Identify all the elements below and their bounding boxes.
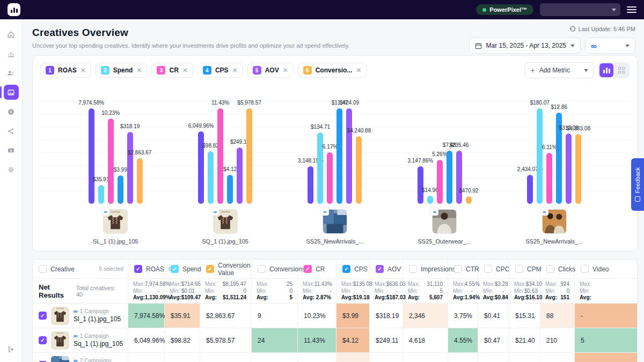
metric-chip-roas[interactable]: 1ROAS✕ <box>40 63 91 78</box>
bar-roas[interactable] <box>418 166 423 204</box>
creative-thumbnail[interactable]: ∞ <box>213 209 238 234</box>
meta-logo-icon: ∞ <box>74 308 78 314</box>
sidebar-item-analytics[interactable] <box>4 46 19 61</box>
remove-metric-icon[interactable]: ✕ <box>136 67 142 74</box>
account-dropdown[interactable] <box>540 3 620 16</box>
bar-slot: 6.17% <box>325 92 335 204</box>
bar-roas[interactable] <box>198 131 204 204</box>
add-metric-button[interactable]: +Add Metric <box>524 62 594 78</box>
bar-cr[interactable] <box>437 160 443 204</box>
column-checkbox[interactable]: ✓ <box>134 265 142 273</box>
feedback-button[interactable]: Feedback <box>631 158 644 211</box>
creative-thumbnail[interactable]: ∞ <box>542 209 567 234</box>
grid-view-button[interactable] <box>614 63 628 77</box>
sidebar-item-logout[interactable] <box>4 342 19 357</box>
creative-thumbnail[interactable]: ∞ <box>323 209 347 234</box>
bar-cr[interactable] <box>108 119 114 204</box>
bar-conversionvalue[interactable] <box>466 196 472 204</box>
bar-cr[interactable] <box>217 108 223 204</box>
sidebar-item-creatives[interactable] <box>4 85 19 100</box>
bar-roas[interactable] <box>308 166 313 204</box>
bar-slot: $470.92 <box>464 92 473 204</box>
stat-min-label: Min: <box>483 288 493 295</box>
sidebar-item-share[interactable] <box>4 123 19 138</box>
bar-roas[interactable] <box>89 108 94 204</box>
bar-cps[interactable] <box>447 151 452 204</box>
metric-chip-cps[interactable]: 4CPS✕ <box>197 63 243 78</box>
stat-avg-label: Avg: <box>133 294 145 301</box>
metric-chip-cr[interactable]: 3CR✕ <box>151 63 193 78</box>
remove-metric-icon[interactable]: ✕ <box>232 67 238 74</box>
creative-thumbnail[interactable]: ∞ <box>432 209 457 234</box>
bar-cps[interactable] <box>227 175 233 204</box>
metric-chip-spend[interactable]: 2Spend✕ <box>96 63 148 78</box>
column-checkbox[interactable]: ✓ <box>206 265 214 273</box>
column-checkbox[interactable]: ✓ <box>376 265 384 273</box>
bar-chart: 7,974.58%$35.9110.23%$3.99$318.19$2,863.… <box>40 92 630 204</box>
sidebar-item-audiences[interactable] <box>4 65 19 80</box>
net-stat-cell: Max:$636.03Min:-Avg:$187.03 <box>370 279 403 304</box>
selected-count: 5 selected <box>99 266 123 272</box>
bar-conversionvalue[interactable] <box>246 108 252 204</box>
sidebar-item-revenue[interactable]: $ <box>4 104 19 119</box>
column-checkbox[interactable] <box>454 265 462 273</box>
bar-conversionvalue[interactable] <box>137 158 143 204</box>
bar-conversionvalue[interactable] <box>356 136 362 204</box>
app-logo-icon[interactable] <box>8 3 20 16</box>
column-checkbox[interactable] <box>546 265 554 273</box>
column-checkbox[interactable] <box>39 265 47 273</box>
remove-metric-icon[interactable]: ✕ <box>80 67 86 74</box>
column-checkbox[interactable] <box>581 265 589 273</box>
creative-cell[interactable]: ✓∞1 CampaignSl_1 (1).jpg_105 <box>33 304 128 328</box>
column-checkbox[interactable] <box>484 265 492 273</box>
bar-aov[interactable] <box>127 132 133 204</box>
chevron-down-icon <box>584 69 588 72</box>
bar-aov[interactable] <box>456 151 462 204</box>
bar-spend[interactable] <box>98 185 104 204</box>
bar-cr[interactable] <box>327 152 333 204</box>
table-body: ✓∞1 CampaignSl_1 (1).jpg_1057,974.58%$35… <box>33 304 637 362</box>
creative-cell[interactable]: ✓∞2 CampaignsSs25_newarrivals_lot271.jpg… <box>33 353 128 362</box>
remove-metric-icon[interactable]: ✕ <box>283 67 288 74</box>
sidebar-item-settings[interactable] <box>4 162 19 177</box>
net-results-row: Net ResultsTotal creatives: 40Max:7,974.… <box>33 279 637 304</box>
column-checkbox[interactable] <box>515 265 523 273</box>
column-checkbox[interactable]: ✓ <box>342 265 350 273</box>
column-checkbox[interactable]: ✓ <box>171 265 179 273</box>
bar-aov[interactable] <box>346 108 352 204</box>
row-checkbox[interactable]: ✓ <box>39 336 47 344</box>
chart-view-button[interactable] <box>599 63 613 77</box>
column-checkbox[interactable] <box>258 265 266 273</box>
bar-aov[interactable] <box>237 147 243 204</box>
platform-select[interactable]: ∞ <box>585 38 635 54</box>
bar-spend[interactable] <box>208 151 214 204</box>
row-creative-name: Sq_1 (1).jpg_105 <box>74 340 123 348</box>
row-checkbox[interactable]: ✓ <box>39 312 47 320</box>
powerpixel-badge[interactable]: PowerPixel™ <box>476 4 533 15</box>
sidebar-item-billing[interactable]: $ <box>4 143 19 158</box>
creative-cell[interactable]: ✓∞1 CampaignSq_1 (1).jpg_105 <box>33 328 128 352</box>
bar-cps[interactable] <box>336 108 342 204</box>
bar-spend[interactable] <box>317 132 323 204</box>
stat-avg-value: 2.87% <box>316 294 331 301</box>
column-label: CTR <box>466 265 479 273</box>
bar-spend[interactable] <box>537 108 543 204</box>
bar-spend[interactable] <box>427 196 433 204</box>
column-checkbox[interactable] <box>409 265 417 273</box>
bar-roas[interactable] <box>527 175 533 204</box>
bar-cr[interactable] <box>546 153 552 204</box>
menu-icon[interactable] <box>627 6 636 13</box>
bar-cps[interactable] <box>118 175 123 204</box>
remove-metric-icon[interactable]: ✕ <box>356 67 361 74</box>
sidebar-item-home[interactable] <box>4 27 19 42</box>
metric-chip-conversio[interactable]: 6Conversio...✕ <box>298 63 367 78</box>
column-label: Video <box>592 265 609 273</box>
bar-aov[interactable] <box>566 134 572 204</box>
bar-conversionvalue[interactable] <box>575 134 581 204</box>
metric-cell: 7,974.58% <box>128 304 165 328</box>
metric-chip-aov[interactable]: 5AOV✕ <box>247 63 294 78</box>
remove-metric-icon[interactable]: ✕ <box>182 67 188 74</box>
date-range-picker[interactable]: Mar 15, 2025 - Apr 13, 2025 <box>469 38 581 54</box>
creative-thumbnail[interactable]: ∞ <box>103 209 128 234</box>
column-checkbox[interactable]: ✓ <box>304 265 312 273</box>
